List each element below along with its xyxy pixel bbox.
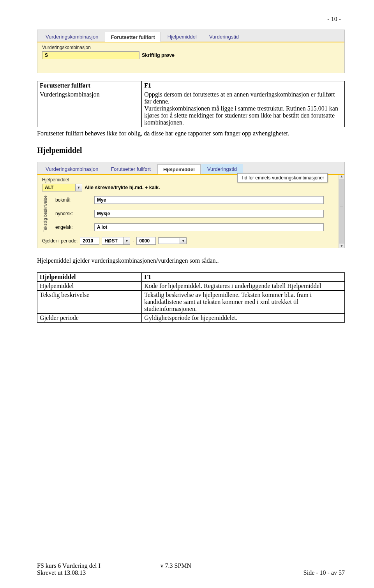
text-code-description: Skriftlig prøve xyxy=(142,53,175,58)
cell-desc: Kode for hjelpemiddel. Registeres i unde… xyxy=(142,281,345,290)
cell-header: Forutsetter fullført xyxy=(37,81,142,90)
text-hjelpemiddel-desc: Alle skrevne/trykte hj.md. + kalk. xyxy=(85,185,160,190)
paragraph-hjelpemiddel-note: Hjelpemiddel gjelder vurderingskombinasj… xyxy=(37,257,345,265)
input-hjelpemiddel-code[interactable]: ALT xyxy=(42,184,76,191)
tab-vurderingskombinasjon[interactable]: Vurderingskombinasjon xyxy=(40,32,104,42)
page-number-top: - 10 - xyxy=(37,16,345,23)
chevron-down-icon[interactable]: ▼ xyxy=(123,237,130,245)
tab-forutsetter-fullfort-2[interactable]: Forutsetter fullført xyxy=(105,164,157,174)
footer-left-line1: FS kurs 6 Vurdering del I xyxy=(37,562,101,569)
dropdown-term-to[interactable]: ▼ xyxy=(158,237,187,244)
input-term-from[interactable]: HØST xyxy=(102,237,123,245)
table-row: Forutsetter fullført F1 xyxy=(37,81,345,90)
table-row: Tekstlig beskrivelse Tekstlig beskrivels… xyxy=(37,290,345,313)
table-row: Hjelpemiddel F1 xyxy=(37,272,345,281)
input-engelsk[interactable]: A lot xyxy=(94,223,324,231)
footer-left-line2: Skrevet ut 13.08.13 xyxy=(37,569,86,576)
dropdown-hjelpemiddel-code[interactable]: ALT ▼ xyxy=(42,184,82,191)
label-gjelder-periode: Gjelder i periode: xyxy=(42,238,78,244)
section-heading-hjelpemiddel: Hjelpemiddel xyxy=(37,146,345,155)
label-nynorsk: nynorsk: xyxy=(55,211,90,216)
table-row: Vurderingskombinasjon Oppgis dersom det … xyxy=(37,90,345,127)
cell-label: Tekstlig beskrivelse xyxy=(37,290,142,313)
tabbar-1: Vurderingskombinasjon Forutsetter fullfø… xyxy=(37,30,344,42)
cell-value: F1 xyxy=(142,81,345,90)
input-bokmal[interactable]: Mye xyxy=(94,196,324,204)
scroll-thumb-icon xyxy=(340,205,343,207)
input-code[interactable]: S xyxy=(42,51,139,59)
cell-header: Hjelpemiddel xyxy=(37,272,142,281)
table-forutsetter: Forutsetter fullført F1 Vurderingskombin… xyxy=(37,81,345,127)
cell-desc: Oppgis dersom det forutsettes at en anne… xyxy=(142,90,345,127)
cell-desc: Gyldighetsperiode for hjepemiddelet. xyxy=(142,313,345,322)
dropdown-term-from[interactable]: HØST ▼ xyxy=(102,237,130,245)
chevron-down-icon[interactable]: ▼ xyxy=(180,237,187,244)
tooltip-vurderingstid: Tid for emnets vurderingskombinasjoner xyxy=(237,173,328,183)
table-row: Gjelder periode Gyldighetsperiode for hj… xyxy=(37,313,345,322)
page-footer: FS kurs 6 Vurdering del I v 7.3 SPMN Skr… xyxy=(37,562,345,576)
scroll-down-icon[interactable]: ▼ xyxy=(340,244,344,248)
panel-forutsetter: Vurderingskombinasjon S Skriftlig prøve xyxy=(37,42,344,73)
scrollbar[interactable]: ▲ ▼ xyxy=(339,175,344,248)
cell-label: Vurderingskombinasjon xyxy=(37,90,142,127)
tab-vurderingstid-2[interactable]: Vurderingstid xyxy=(201,164,243,174)
chevron-down-icon[interactable]: ▼ xyxy=(76,184,82,191)
label-vurderingskombinasjon: Vurderingskombinasjon xyxy=(42,45,340,50)
label-bokmal: bokmål: xyxy=(55,197,90,203)
scroll-up-icon[interactable]: ▲ xyxy=(340,175,344,178)
input-year-from[interactable]: 2010 xyxy=(80,237,99,245)
tab-hjelpemiddel[interactable]: Hjelpemiddel xyxy=(162,32,203,42)
cell-label: Hjelpemiddel xyxy=(37,281,142,290)
tab-forutsetter-fullfort[interactable]: Forutsetter fullført xyxy=(105,32,161,42)
input-nynorsk[interactable]: Mykje xyxy=(94,210,324,218)
input-term-to[interactable] xyxy=(158,237,180,244)
cell-label: Gjelder periode xyxy=(37,313,142,322)
tab-hjelpemiddel-2[interactable]: Hjelpemiddel xyxy=(157,164,201,174)
cell-value: F1 xyxy=(142,272,345,281)
vertical-label-tekstlig: Tekstlig beskrivelse xyxy=(42,195,51,233)
footer-right-line2: Side - 10 - av 57 xyxy=(303,569,345,576)
input-year-to[interactable]: 0000 xyxy=(136,237,156,245)
label-dash: - xyxy=(132,238,134,244)
table-row: Hjelpemiddel Kode for hjelpemiddel. Regi… xyxy=(37,281,345,290)
screenshot-forutsetter: Vurderingskombinasjon Forutsetter fullfø… xyxy=(37,30,345,73)
panel-hjelpemiddel: Tid for emnets vurderingskombinasjoner H… xyxy=(37,175,339,248)
label-engelsk: engelsk: xyxy=(55,225,90,230)
cell-desc: Tekstlig beskrivelse av hjelpemidlene. T… xyxy=(142,290,345,313)
screenshot-hjelpemiddel: Vurderingskombinasjon Forutsetter fullfø… xyxy=(37,162,345,248)
paragraph-forutsetter-note: Forutsetter fullført behøves ikke for ob… xyxy=(37,130,345,137)
table-hjelpemiddel: Hjelpemiddel F1 Hjelpemiddel Kode for hj… xyxy=(37,272,345,323)
tab-vurderingskombinasjon-2[interactable]: Vurderingskombinasjon xyxy=(40,164,104,174)
footer-mid-line1: v 7.3 SPMN xyxy=(161,562,192,569)
tab-vurderingstid[interactable]: Vurderingstid xyxy=(203,32,245,42)
